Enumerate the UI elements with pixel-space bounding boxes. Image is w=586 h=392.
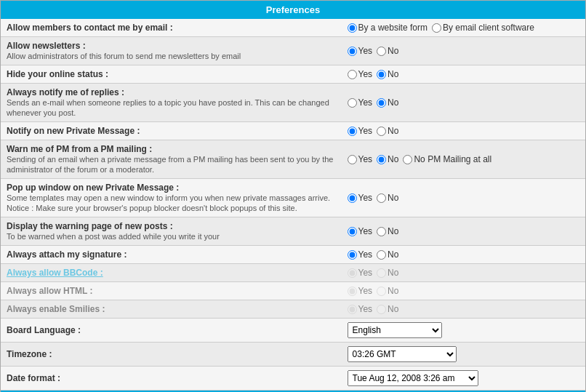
notify-replies-radio-1[interactable] [377, 98, 386, 108]
allow-html-option-1[interactable]: No [377, 286, 398, 296]
attach-signature-option-0[interactable]: Yes [348, 249, 373, 260]
display-warning-radio-group: Yes No [348, 226, 579, 236]
notify-pm-option-0[interactable]: Yes [348, 126, 373, 136]
enable-smilies-radio-group: Yes No [348, 304, 579, 314]
enable-smilies-radio-0[interactable] [348, 305, 357, 314]
enable-smilies-option-1[interactable]: No [377, 304, 398, 314]
display-warning-main-label: Display the warning page of new posts : [7, 221, 173, 231]
row-enable-smilies: Always enable Smilies : Yes No [1, 300, 585, 319]
allow-newsletters-option-1[interactable]: No [377, 46, 398, 56]
popup-pm-option-0[interactable]: Yes [348, 193, 373, 203]
allow-bbcode-radio-1[interactable] [377, 268, 386, 278]
popup-pm-radio-0[interactable] [348, 193, 357, 203]
display-warning-sub-label: To be warned when a post was added while… [7, 232, 220, 241]
allow-newsletters-radio-1[interactable] [377, 47, 386, 56]
board-language-label: Board Language : [7, 325, 81, 335]
warn-pm-mailing-radio-2[interactable] [403, 155, 412, 164]
popup-pm-main-label: Pop up window on new Private Message : [7, 183, 179, 193]
popup-pm-sub-label: Some templates may open a new window to … [7, 193, 330, 212]
date-format-row: Date format : Tue Aug 12, 2008 3:26 am08… [1, 367, 585, 391]
allow-bbcode-option-1[interactable]: No [377, 268, 398, 278]
warn-pm-mailing-option-0[interactable]: Yes [348, 154, 373, 164]
row-display-warning: Display the warning page of new posts :T… [1, 217, 585, 246]
allow-html-option-0[interactable]: Yes [348, 286, 373, 296]
popup-pm-radio-1[interactable] [377, 193, 386, 203]
attach-signature-main-label: Always attach my signature : [7, 249, 127, 260]
row-notify-pm: Notify on new Private Message : Yes No [1, 122, 585, 140]
popup-pm-radio-group: Yes No [348, 193, 579, 203]
allow-bbcode-main-label: Always allow BBCode : [7, 268, 103, 278]
allow-html-radio-1[interactable] [377, 287, 386, 296]
notify-replies-radio-group: Yes No [348, 97, 579, 108]
enable-smilies-option-0[interactable]: Yes [348, 304, 373, 314]
contact-email-option-0[interactable]: By a website form [348, 23, 428, 33]
hide-online-status-main-label: Hide your online status : [7, 69, 108, 79]
allow-bbcode-option-0[interactable]: Yes [348, 268, 373, 278]
allow-newsletters-radio-group: Yes No [348, 46, 579, 56]
row-notify-replies: Always notify me of replies :Sends an e-… [1, 84, 585, 122]
row-allow-html: Always allow HTML : Yes No [1, 282, 585, 300]
contact-email-radio-0[interactable] [348, 23, 357, 33]
warn-pm-mailing-main-label: Warn me of PM from a PM mailing : [7, 144, 152, 154]
display-warning-option-1[interactable]: No [377, 226, 398, 236]
allow-newsletters-main-label: Allow newsletters : [7, 41, 86, 51]
allow-newsletters-sub-label: Allow administrators of this forum to se… [7, 52, 241, 60]
allow-html-radio-group: Yes No [348, 286, 579, 296]
warn-pm-mailing-radio-1[interactable] [377, 155, 386, 164]
row-popup-pm: Pop up window on new Private Message :So… [1, 179, 585, 217]
display-warning-option-0[interactable]: Yes [348, 226, 373, 236]
allow-html-radio-0[interactable] [348, 287, 357, 296]
contact-email-radio-1[interactable] [432, 23, 441, 33]
notify-pm-radio-1[interactable] [377, 127, 386, 136]
enable-smilies-radio-1[interactable] [377, 305, 386, 314]
hide-online-status-radio-0[interactable] [348, 70, 357, 79]
notify-pm-radio-group: Yes No [348, 126, 579, 136]
warn-pm-mailing-sub-label: Sending of an email when a private messa… [7, 155, 333, 174]
allow-newsletters-option-0[interactable]: Yes [348, 46, 373, 56]
notify-replies-main-label: Always notify me of replies : [7, 87, 124, 97]
attach-signature-radio-0[interactable] [348, 250, 357, 260]
attach-signature-radio-group: Yes No [348, 249, 579, 260]
timezone-label: Timezone : [7, 349, 52, 359]
notify-pm-main-label: Notify on new Private Message : [7, 126, 140, 136]
allow-bbcode-radio-group: Yes No [348, 268, 579, 278]
hide-online-status-radio-group: Yes No [348, 69, 579, 79]
notify-replies-option-1[interactable]: No [377, 97, 398, 108]
enable-smilies-main-label: Always enable Smilies : [7, 304, 105, 314]
display-warning-radio-0[interactable] [348, 227, 357, 236]
notify-replies-sub-label: Sends an e-mail when someone replies to … [7, 98, 329, 117]
attach-signature-radio-1[interactable] [377, 250, 386, 260]
hide-online-status-option-0[interactable]: Yes [348, 69, 373, 79]
row-hide-online-status: Hide your online status : Yes No [1, 65, 585, 84]
contact-email-radio-group: By a website form By email client softwa… [348, 23, 579, 33]
warn-pm-mailing-radio-0[interactable] [348, 155, 357, 164]
allow-html-main-label: Always allow HTML : [7, 286, 92, 296]
row-warn-pm-mailing: Warn me of PM from a PM mailing :Sending… [1, 140, 585, 179]
popup-pm-option-1[interactable]: No [377, 193, 398, 203]
hide-online-status-option-1[interactable]: No [377, 69, 398, 79]
attach-signature-option-1[interactable]: No [377, 249, 398, 260]
allow-bbcode-radio-0[interactable] [348, 268, 357, 278]
timezone-row: Timezone : 03:26 GMT00:00 GMT01:00 GMT02… [1, 343, 585, 367]
preferences-table: Allow members to contact me by email : B… [1, 19, 585, 392]
row-contact-email: Allow members to contact me by email : B… [1, 19, 585, 37]
row-allow-bbcode: Always allow BBCode : Yes No [1, 264, 585, 282]
contact-email-option-1[interactable]: By email client software [432, 23, 534, 33]
notify-replies-radio-0[interactable] [348, 98, 357, 108]
hide-online-status-radio-1[interactable] [377, 70, 386, 79]
timezone-select[interactable]: 03:26 GMT00:00 GMT01:00 GMT02:00 GMT04:0… [348, 346, 457, 362]
contact-email-main-label: Allow members to contact me by email : [7, 23, 173, 33]
warn-pm-mailing-option-2[interactable]: No PM Mailing at all [403, 154, 491, 164]
row-allow-newsletters: Allow newsletters :Allow administrators … [1, 37, 585, 65]
display-warning-radio-1[interactable] [377, 227, 386, 236]
warn-pm-mailing-radio-group: Yes No No PM Mailing at all [348, 154, 579, 164]
date-format-label: Date format : [7, 373, 60, 383]
notify-pm-option-1[interactable]: No [377, 126, 398, 136]
board-language-select[interactable]: EnglishFrenchGermanSpanish [348, 322, 442, 338]
row-attach-signature: Always attach my signature : Yes No [1, 246, 585, 264]
notify-replies-option-0[interactable]: Yes [348, 97, 373, 108]
warn-pm-mailing-option-1[interactable]: No [377, 154, 398, 164]
notify-pm-radio-0[interactable] [348, 127, 357, 136]
date-format-select[interactable]: Tue Aug 12, 2008 3:26 am08/12/200812/08/… [348, 370, 478, 386]
allow-newsletters-radio-0[interactable] [348, 47, 357, 56]
